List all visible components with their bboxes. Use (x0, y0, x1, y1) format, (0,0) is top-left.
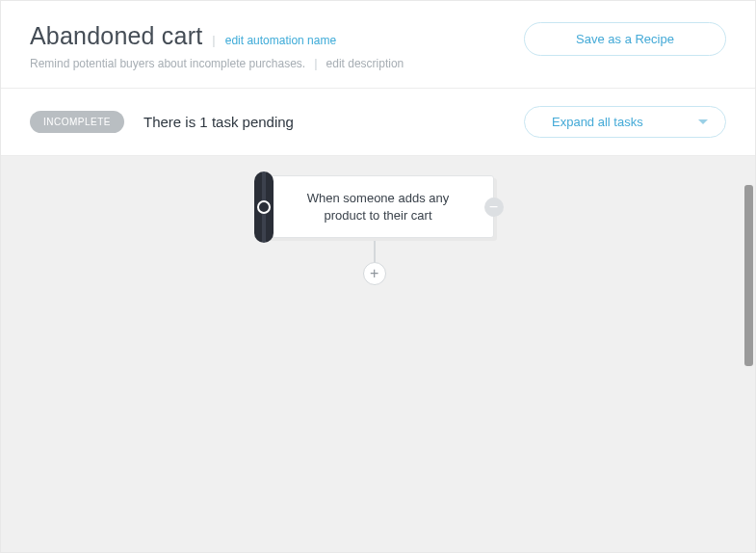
header-left: Abandoned cart | edit automation name Re… (30, 22, 524, 70)
save-recipe-button[interactable]: Save as a Recipe (524, 22, 726, 56)
trigger-text: When someone adds any product to their c… (307, 191, 449, 223)
trigger-icon (254, 171, 274, 243)
status-bar: INCOMPLETE There is 1 task pending Expan… (1, 89, 755, 156)
add-step-button[interactable]: + (363, 262, 386, 285)
title-row: Abandoned cart | edit automation name (30, 22, 524, 50)
chevron-down-icon (698, 119, 708, 124)
edit-description-link[interactable]: edit description (326, 57, 404, 70)
trigger-card[interactable]: When someone adds any product to their c… (263, 175, 494, 238)
separator: | (314, 56, 317, 70)
edit-name-link[interactable]: edit automation name (225, 34, 336, 47)
automation-editor: Abandoned cart | edit automation name Re… (0, 0, 756, 553)
automation-description: Remind potential buyers about incomplete… (30, 57, 305, 70)
remove-node-button[interactable]: − (484, 198, 504, 217)
workflow-canvas[interactable]: When someone adds any product to their c… (1, 156, 755, 526)
plus-icon: + (370, 266, 378, 281)
minus-icon: − (489, 199, 498, 215)
subtitle-row: Remind potential buyers about incomplete… (30, 56, 524, 70)
pending-tasks-text: There is 1 task pending (143, 114, 524, 130)
connector-line (374, 241, 376, 262)
scrollbar-thumb[interactable] (744, 185, 753, 366)
expand-tasks-label: Expand all tasks (552, 115, 643, 129)
trigger-node[interactable]: When someone adds any product to their c… (263, 175, 494, 238)
expand-tasks-button[interactable]: Expand all tasks (524, 106, 726, 138)
status-badge: INCOMPLETE (30, 111, 124, 133)
header: Abandoned cart | edit automation name Re… (1, 1, 755, 89)
separator: | (212, 33, 215, 47)
page-title: Abandoned cart (30, 22, 202, 50)
